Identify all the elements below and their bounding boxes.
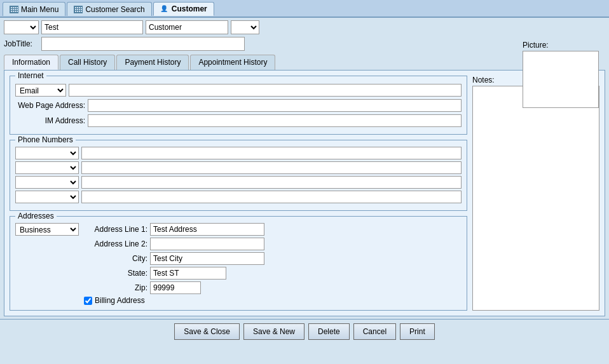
im-input[interactable] xyxy=(88,114,462,127)
tab-main-menu[interactable]: Main Menu xyxy=(3,2,65,16)
phone-type-1[interactable]: HomeWorkMobileFax xyxy=(15,147,79,159)
content-panel: Internet Email Home Work Web Page Addres… xyxy=(4,71,605,316)
phone-number-4[interactable] xyxy=(81,191,462,203)
email-row: Email Home Work xyxy=(15,84,462,97)
main-tab-bar: Main Menu Customer Search 👤 Customer xyxy=(0,0,609,18)
main-content: Mr. Ms. Mrs. Dr. Jr. Sr. II III JobTitle… xyxy=(0,18,609,319)
addr-line2-input[interactable] xyxy=(150,238,264,250)
picture-label: Picture: xyxy=(523,41,599,50)
im-row: IM Address: xyxy=(15,114,462,127)
phone-row-1: HomeWorkMobileFax xyxy=(15,147,462,159)
phone-number-2[interactable] xyxy=(81,161,462,174)
addr-city-input[interactable] xyxy=(150,252,264,265)
phone-number-3[interactable] xyxy=(81,176,462,189)
top-form-row: Mr. Ms. Mrs. Dr. Jr. Sr. II III xyxy=(4,20,605,34)
notes-textarea[interactable] xyxy=(472,86,599,311)
customer-search-icon xyxy=(74,6,83,13)
addr-line2-row: Address Line 2: xyxy=(84,238,462,250)
im-label: IM Address: xyxy=(15,116,85,125)
addr-zip-label: Zip: xyxy=(84,283,147,292)
notes-section: Notes: xyxy=(472,76,599,311)
tab-main-menu-label: Main Menu xyxy=(21,5,58,14)
webpage-label: Web Page Address: xyxy=(15,101,85,110)
internet-section: Internet Email Home Work Web Page Addres… xyxy=(10,76,467,135)
addr-city-label: City: xyxy=(84,254,147,263)
delete-button[interactable]: Delete xyxy=(308,323,350,340)
tab-payment-history[interactable]: Payment History xyxy=(116,55,189,70)
tab-customer-search-label: Customer Search xyxy=(85,5,144,14)
phone-type-2[interactable]: HomeWorkMobileFax xyxy=(15,161,79,174)
phone-row-4: HomeWorkMobileFax xyxy=(15,191,462,203)
address-fields: Address Line 1: Address Line 2: City: xyxy=(84,223,462,305)
phone-legend: Phone Numbers xyxy=(15,135,76,144)
addr-line2-label: Address Line 2: xyxy=(84,239,147,248)
save-close-button[interactable]: Save & Close xyxy=(174,323,240,340)
billing-checkbox[interactable] xyxy=(84,297,92,305)
left-section: Internet Email Home Work Web Page Addres… xyxy=(10,76,467,311)
top-area: Mr. Ms. Mrs. Dr. Jr. Sr. II III JobTitle… xyxy=(4,20,605,51)
picture-box xyxy=(523,51,599,108)
tab-information[interactable]: Information xyxy=(4,55,58,70)
tab-call-history-label: Call History xyxy=(68,58,107,67)
tab-call-history[interactable]: Call History xyxy=(60,55,115,70)
addr-line1-label: Address Line 1: xyxy=(84,225,147,234)
email-type-select[interactable]: Email Home Work xyxy=(15,84,66,97)
webpage-row: Web Page Address: xyxy=(15,99,462,112)
email-input[interactable] xyxy=(69,84,462,97)
phone-row-2: HomeWorkMobileFax xyxy=(15,161,462,174)
bottom-bar: Save & Close Save & New Delete Cancel Pr… xyxy=(0,319,609,344)
main-menu-icon xyxy=(10,6,18,13)
addr-zip-input[interactable] xyxy=(150,281,201,294)
phone-number-1[interactable] xyxy=(81,147,462,159)
jobtitle-label: JobTitle: xyxy=(4,39,39,48)
tab-payment-history-label: Payment History xyxy=(125,58,181,67)
address-type-row: Business Home Other Address Line 1: Addr… xyxy=(15,223,462,305)
addresses-section: Addresses Business Home Other Address Li… xyxy=(10,216,467,311)
inner-tab-bar: Information Call History Payment History… xyxy=(4,55,605,71)
print-button[interactable]: Print xyxy=(400,323,435,340)
addr-state-row: State: xyxy=(84,267,462,280)
addr-zip-row: Zip: xyxy=(84,281,462,294)
last-name-input[interactable] xyxy=(146,20,228,34)
jobtitle-input[interactable] xyxy=(41,37,245,51)
addresses-legend: Addresses xyxy=(15,212,57,220)
addr-city-row: City: xyxy=(84,252,462,265)
addr-line1-row: Address Line 1: xyxy=(84,223,462,236)
address-type-select[interactable]: Business Home Other xyxy=(15,223,79,236)
billing-checkbox-row: Billing Address xyxy=(84,296,462,305)
suffix-select[interactable]: Jr. Sr. II III xyxy=(231,20,259,34)
first-name-input[interactable] xyxy=(41,20,143,34)
addr-state-input[interactable] xyxy=(150,267,226,280)
phone-row-3: HomeWorkMobileFax xyxy=(15,176,462,189)
addr-state-label: State: xyxy=(84,269,147,278)
addr-line1-input[interactable] xyxy=(150,223,264,236)
phone-type-4[interactable]: HomeWorkMobileFax xyxy=(15,191,79,203)
tab-customer-label: Customer xyxy=(172,4,207,13)
tab-customer-search[interactable]: Customer Search xyxy=(67,2,151,16)
internet-legend: Internet xyxy=(15,71,46,80)
customer-icon: 👤 xyxy=(160,5,169,13)
billing-label: Billing Address xyxy=(95,296,145,305)
tab-information-label: Information xyxy=(12,58,50,67)
tab-appointment-history-label: Appointment History xyxy=(198,58,267,67)
name-prefix-select[interactable]: Mr. Ms. Mrs. Dr. xyxy=(4,20,39,34)
tab-appointment-history[interactable]: Appointment History xyxy=(190,55,275,70)
cancel-button[interactable]: Cancel xyxy=(353,323,396,340)
tab-customer[interactable]: 👤 Customer xyxy=(153,2,214,16)
phone-section: Phone Numbers HomeWorkMobileFax HomeWork… xyxy=(10,140,467,211)
webpage-input[interactable] xyxy=(88,99,462,112)
save-new-button[interactable]: Save & New xyxy=(243,323,304,340)
phone-type-3[interactable]: HomeWorkMobileFax xyxy=(15,176,79,189)
jobtitle-row: JobTitle: xyxy=(4,37,605,51)
picture-section: Picture: xyxy=(523,41,599,108)
